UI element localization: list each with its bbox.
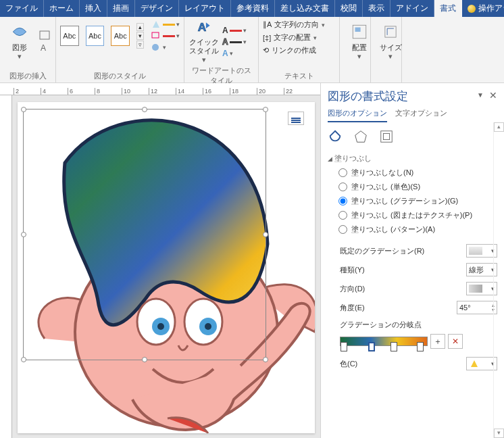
text-align-icon: [‡] — [263, 34, 271, 42]
tab-view[interactable]: 表示 — [363, 0, 390, 17]
quick-styles-label: クイック スタイル — [189, 38, 219, 55]
tell-me-label: 操作アシス — [478, 3, 504, 14]
gradient-stops-label: グラデーションの分岐点 — [328, 320, 497, 330]
edit-shape-icon[interactable] — [39, 30, 51, 41]
text-outline-button[interactable]: A▾ — [222, 37, 247, 47]
preset-gradient-label: 既定のグラデーション(R) — [340, 246, 424, 256]
fill-none-radio[interactable]: 塗りつぶしなし(N) — [338, 168, 497, 178]
svg-rect-1 — [40, 31, 49, 39]
group-text: テキスト — [263, 70, 335, 82]
gradient-angle-label: 角度(E) — [340, 303, 365, 313]
tab-mailings[interactable]: 差し込み文書 — [275, 0, 335, 17]
link-icon: ⟲ — [263, 46, 269, 55]
layout-options-icon[interactable] — [288, 112, 304, 125]
insert-shape-label: 図形 — [12, 43, 27, 52]
svg-text:A: A — [198, 20, 206, 34]
horizontal-ruler[interactable]: 246810121416182022 — [0, 83, 320, 95]
fill-solid-radio[interactable]: 塗りつぶし (単色)(S) — [338, 182, 497, 192]
svg-rect-7 — [355, 28, 361, 32]
pane-tab-shape-options[interactable]: 図形のオプション — [328, 108, 387, 122]
insert-shape-button[interactable]: 図形 ▾ — [4, 20, 35, 64]
text-direction-button[interactable]: ∥A文字列の方向 ▾ — [263, 20, 335, 30]
style-scroll-up-icon[interactable]: ▴ — [136, 23, 144, 31]
size-button[interactable]: サイズ ▾ — [375, 20, 406, 64]
layout-props-icon[interactable] — [379, 129, 394, 144]
tab-review[interactable]: 校閲 — [335, 0, 363, 17]
text-fill-button[interactable]: A▾ — [222, 26, 247, 35]
shape-fill-button[interactable]: ▾ — [151, 20, 180, 29]
svg-text:A: A — [41, 43, 46, 53]
page — [18, 102, 315, 433]
pane-title: 図形の書式設定 — [328, 89, 497, 104]
close-pane-icon[interactable]: ✕ — [489, 90, 497, 101]
fill-picture-radio[interactable]: 塗りつぶし (図またはテクスチャ)(P) — [338, 210, 497, 220]
bulb-icon — [468, 5, 476, 13]
remove-stop-button[interactable]: ✕ — [448, 334, 463, 349]
shape-style-1[interactable]: Abc — [60, 26, 79, 46]
fill-gradient-radio[interactable]: 塗りつぶし (グラデーション)(G) — [338, 196, 497, 206]
fill-line-icon[interactable] — [328, 129, 343, 144]
svg-rect-17 — [381, 131, 393, 143]
quick-styles-button[interactable]: A クイック スタイル ▾ — [188, 20, 220, 64]
tab-format[interactable]: 書式 — [434, 0, 462, 17]
text-box-icon[interactable]: A — [39, 43, 51, 53]
text-align-button[interactable]: [‡]文字の配置 ▾ — [263, 32, 335, 43]
pane-scrollbar[interactable]: ▴▾ — [493, 122, 504, 438]
pane-tab-text-options[interactable]: 文字オプション — [395, 108, 447, 122]
tab-file[interactable]: ファイル — [0, 0, 44, 17]
pane-menu-icon[interactable]: ▼ — [477, 91, 484, 99]
document-canvas[interactable]: 246810121416182022 — [0, 83, 320, 438]
gradient-direction-label: 方向(D) — [340, 284, 365, 294]
create-link-button[interactable]: ⟲リンクの作成 — [263, 45, 335, 55]
size-label: サイズ — [380, 43, 402, 52]
chevron-down-icon: ▾ — [18, 52, 22, 61]
svg-rect-18 — [383, 133, 389, 139]
style-gallery-more-icon[interactable]: ▿ — [136, 41, 144, 49]
style-scroll-down-icon[interactable]: ▾ — [136, 32, 144, 40]
tab-design[interactable]: デザイン — [135, 0, 179, 17]
effects-icon[interactable] — [353, 129, 368, 144]
tab-addins[interactable]: アドイン — [390, 0, 434, 17]
tab-insert[interactable]: 挿入 — [80, 0, 107, 17]
svg-point-4 — [152, 44, 159, 51]
svg-marker-16 — [355, 131, 367, 143]
shape-outline-button[interactable]: ▾ — [151, 31, 180, 41]
format-shape-pane: ▼ ✕ 図形の書式設定 図形のオプション 文字オプション 塗りつぶし 塗りつぶし… — [320, 83, 504, 438]
position-label: 配置 — [352, 43, 367, 52]
tab-draw[interactable]: 描画 — [107, 0, 135, 17]
fill-section-header[interactable]: 塗りつぶし — [328, 153, 497, 164]
fill-pattern-radio[interactable]: 塗りつぶし (パターン)(A) — [338, 224, 497, 235]
add-stop-button[interactable]: ＋ — [430, 334, 445, 349]
tell-me[interactable]: 操作アシス — [462, 0, 504, 17]
tab-home[interactable]: ホーム — [44, 0, 80, 17]
group-shape-styles: 図形のスタイル — [60, 70, 180, 82]
svg-rect-3 — [152, 32, 159, 38]
shape-style-3[interactable]: Abc — [111, 26, 130, 46]
shape-effects-button[interactable]: ▾ — [151, 43, 180, 52]
group-insert-shapes: 図形の挿入 — [4, 70, 51, 82]
tab-layout[interactable]: レイアウト — [179, 0, 231, 17]
stop-color-label: 色(C) — [340, 359, 357, 369]
tab-references[interactable]: 参考資料 — [231, 0, 275, 17]
text-direction-icon: ∥A — [263, 20, 272, 29]
svg-rect-8 — [385, 26, 396, 37]
gradient-stops-slider[interactable] — [340, 337, 428, 346]
text-effects-button[interactable]: A▾ — [222, 49, 247, 58]
ribbon: 図形 ▾ A 図形の挿入 Abc Abc Abc ▴ ▾ ▿ ▾ ▾ ▾ — [0, 17, 504, 83]
shape-style-2[interactable]: Abc — [86, 26, 105, 46]
gradient-type-label: 種類(Y) — [340, 265, 365, 275]
vertical-ruler[interactable] — [0, 95, 12, 438]
gradient-angle-input[interactable]: 45°▴▾ — [457, 301, 497, 314]
